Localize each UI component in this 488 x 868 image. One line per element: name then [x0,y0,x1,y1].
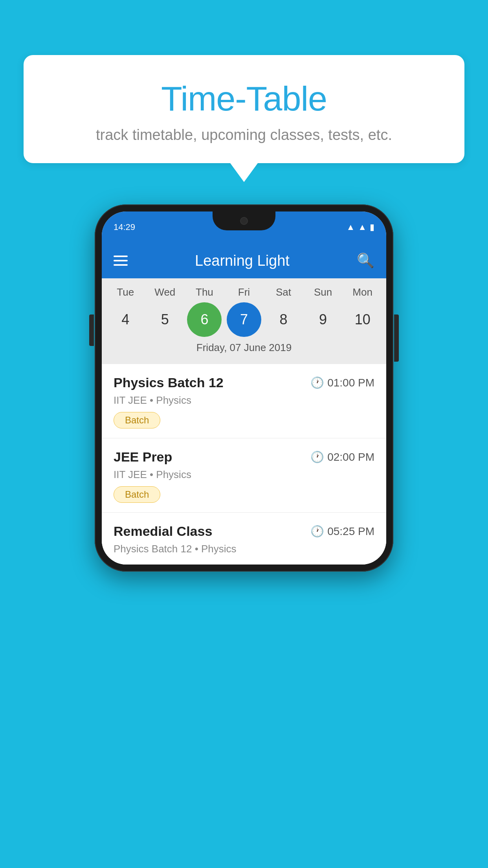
phone-outer: 14:29 ▲ ▲ ▮ Learning Light 🔍 [95,204,393,572]
speech-bubble-section: Time-Table track timetable, upcoming cla… [24,55,464,163]
schedule-item-1[interactable]: Physics Batch 12 🕐 01:00 PM IIT JEE • Ph… [102,364,386,438]
schedule-item-2-header: JEE Prep 🕐 02:00 PM [114,449,374,465]
day-numbers: 4 5 6 7 8 9 10 [102,302,386,337]
app-title: Learning Light [137,252,347,269]
day-header-tue: Tue [108,286,143,298]
schedule-list: Physics Batch 12 🕐 01:00 PM IIT JEE • Ph… [102,364,386,565]
app-bar: Learning Light 🔍 [102,243,386,278]
menu-button[interactable] [114,256,128,266]
schedule-title-1: Physics Batch 12 [114,375,224,390]
day-10[interactable]: 10 [345,302,380,337]
speech-bubble: Time-Table track timetable, upcoming cla… [24,55,464,163]
calendar-strip: Tue Wed Thu Fri Sat Sun Mon 4 5 6 7 8 9 … [102,278,386,364]
batch-badge-2: Batch [114,486,160,503]
wifi-icon: ▲ [346,222,355,232]
clock-icon-3: 🕐 [310,525,324,538]
schedule-item-3[interactable]: Remedial Class 🕐 05:25 PM Physics Batch … [102,513,386,565]
schedule-meta-3: Physics Batch 12 • Physics [114,543,374,555]
day-header-sat: Sat [266,286,301,298]
schedule-time-value-1: 01:00 PM [327,377,374,389]
schedule-time-2: 🕐 02:00 PM [310,451,374,463]
hamburger-line-3 [114,264,128,266]
schedule-item-2[interactable]: JEE Prep 🕐 02:00 PM IIT JEE • Physics Ba… [102,438,386,513]
day-4[interactable]: 4 [108,302,143,337]
status-time: 14:29 [114,222,135,232]
clock-icon-2: 🕐 [310,451,324,463]
camera [240,217,248,225]
day-header-mon: Mon [345,286,380,298]
schedule-time-3: 🕐 05:25 PM [310,525,374,538]
batch-badge-1: Batch [114,412,160,428]
day-5[interactable]: 5 [148,302,182,337]
bubble-title: Time-Table [39,79,449,119]
day-6-today[interactable]: 6 [187,302,222,337]
schedule-item-3-header: Remedial Class 🕐 05:25 PM [114,524,374,539]
phone-notch [213,211,275,230]
phone-screen: 14:29 ▲ ▲ ▮ Learning Light 🔍 [102,211,386,565]
hamburger-line-2 [114,260,128,261]
day-header-sun: Sun [306,286,340,298]
status-icons: ▲ ▲ ▮ [346,222,374,232]
selected-date-label: Friday, 07 June 2019 [102,337,386,360]
schedule-item-1-header: Physics Batch 12 🕐 01:00 PM [114,375,374,390]
day-headers: Tue Wed Thu Fri Sat Sun Mon [102,286,386,298]
day-header-wed: Wed [148,286,182,298]
battery-icon: ▮ [370,222,374,232]
status-bar: 14:29 ▲ ▲ ▮ [102,211,386,243]
hamburger-line-1 [114,256,128,257]
day-header-fri: Fri [227,286,261,298]
search-icon[interactable]: 🔍 [357,252,374,269]
schedule-meta-2: IIT JEE • Physics [114,469,374,481]
day-7-selected[interactable]: 7 [227,302,261,337]
signal-icon: ▲ [358,222,367,232]
day-8[interactable]: 8 [266,302,301,337]
phone-mockup: 14:29 ▲ ▲ ▮ Learning Light 🔍 [95,204,393,572]
schedule-title-3: Remedial Class [114,524,212,539]
schedule-time-value-2: 02:00 PM [327,451,374,463]
schedule-time-1: 🕐 01:00 PM [310,376,374,389]
schedule-meta-1: IIT JEE • Physics [114,394,374,406]
day-header-thu: Thu [187,286,222,298]
bubble-subtitle: track timetable, upcoming classes, tests… [39,127,449,143]
clock-icon-1: 🕐 [310,376,324,389]
schedule-time-value-3: 05:25 PM [327,525,374,538]
day-9[interactable]: 9 [306,302,340,337]
schedule-title-2: JEE Prep [114,449,172,465]
